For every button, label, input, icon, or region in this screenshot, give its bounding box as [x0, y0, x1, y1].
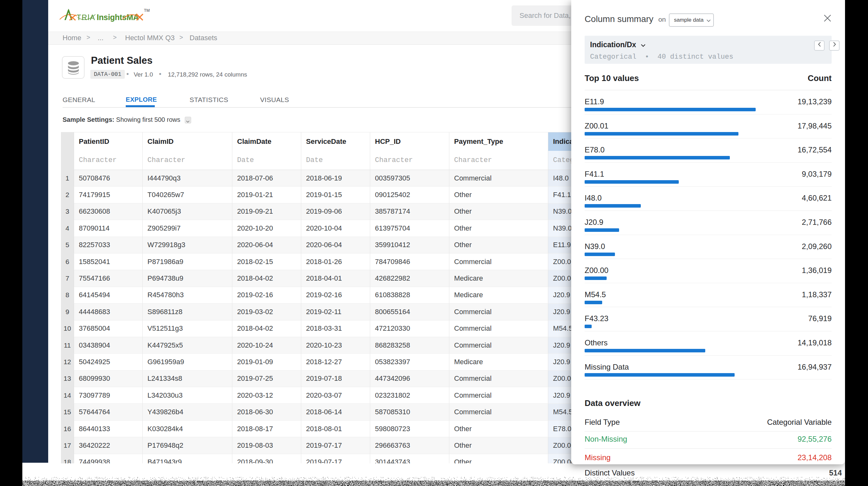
- svg-text:TM: TM: [144, 8, 150, 13]
- svg-text:InsightsMA: InsightsMA: [97, 13, 139, 22]
- svg-text:TRlA: TRlA: [76, 13, 95, 22]
